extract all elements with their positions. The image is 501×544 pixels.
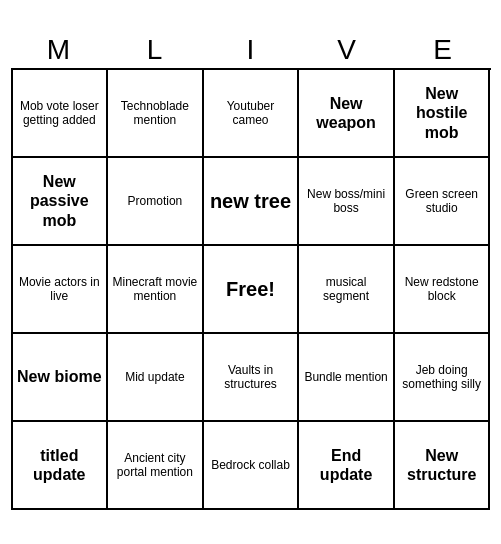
header-row: MLIVE <box>11 34 491 66</box>
bingo-cell-16[interactable]: Mid update <box>108 334 204 422</box>
bingo-cell-13[interactable]: musical segment <box>299 246 395 334</box>
bingo-cell-17[interactable]: Vaults in structures <box>204 334 300 422</box>
bingo-card: MLIVE Mob vote loser getting addedTechno… <box>11 34 491 510</box>
bingo-cell-21[interactable]: Ancient city portal mention <box>108 422 204 510</box>
bingo-cell-3[interactable]: New weapon <box>299 70 395 158</box>
bingo-cell-2[interactable]: Youtuber cameo <box>204 70 300 158</box>
header-letter-v: V <box>299 34 395 66</box>
bingo-cell-5[interactable]: New passive mob <box>13 158 109 246</box>
header-letter-m: M <box>11 34 107 66</box>
bingo-cell-19[interactable]: Jeb doing something silly <box>395 334 491 422</box>
bingo-cell-20[interactable]: titled update <box>13 422 109 510</box>
bingo-cell-14[interactable]: New redstone block <box>395 246 491 334</box>
bingo-cell-15[interactable]: New biome <box>13 334 109 422</box>
bingo-cell-18[interactable]: Bundle mention <box>299 334 395 422</box>
bingo-cell-24[interactable]: New structure <box>395 422 491 510</box>
bingo-cell-1[interactable]: Technoblade mention <box>108 70 204 158</box>
bingo-cell-0[interactable]: Mob vote loser getting added <box>13 70 109 158</box>
bingo-cell-23[interactable]: End update <box>299 422 395 510</box>
bingo-cell-11[interactable]: Minecraft movie mention <box>108 246 204 334</box>
header-letter-l: L <box>107 34 203 66</box>
bingo-cell-7[interactable]: new tree <box>204 158 300 246</box>
bingo-grid: Mob vote loser getting addedTechnoblade … <box>11 68 491 510</box>
header-letter-i: I <box>203 34 299 66</box>
bingo-cell-8[interactable]: New boss/mini boss <box>299 158 395 246</box>
bingo-cell-22[interactable]: Bedrock collab <box>204 422 300 510</box>
bingo-cell-12[interactable]: Free! <box>204 246 300 334</box>
bingo-cell-4[interactable]: New hostile mob <box>395 70 491 158</box>
header-letter-e: E <box>395 34 491 66</box>
bingo-cell-6[interactable]: Promotion <box>108 158 204 246</box>
bingo-cell-10[interactable]: Movie actors in live <box>13 246 109 334</box>
bingo-cell-9[interactable]: Green screen studio <box>395 158 491 246</box>
